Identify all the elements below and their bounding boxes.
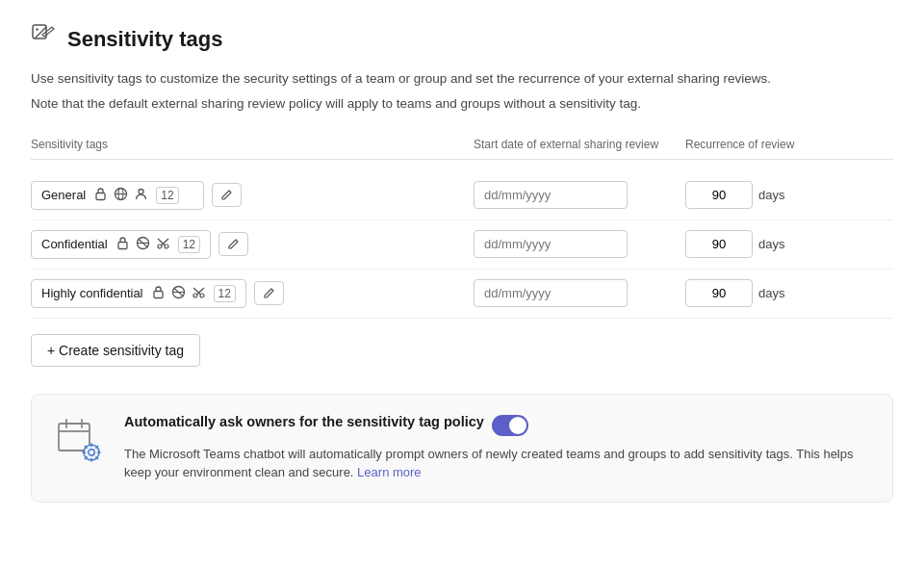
col-header-recurrence: Recurrence of review [685,138,893,151]
recurrence-cell: days [685,181,893,209]
table-rows: General 12 days [31,171,893,319]
table-row: General 12 days [31,171,893,220]
calendar-settings-icon [55,414,105,464]
lock-icon [93,187,108,204]
page-header: Sensitivity tags [31,23,893,56]
globe-icon [114,187,128,204]
table-row: Highly confidential 12 days [31,270,893,319]
lock-icon [116,236,130,253]
date-input[interactable] [474,181,628,209]
tag-count: 12 [214,285,236,302]
table-row: Confidential 12 days [31,220,893,270]
date-cell [474,230,685,258]
days-label: days [758,188,784,202]
date-cell [474,279,685,307]
globe-icon [171,285,186,302]
days-label: days [758,237,784,251]
info-card: Automatically ask owners for the sensiti… [31,394,893,503]
svg-point-7 [139,189,143,193]
person-icon [192,285,206,302]
recurrence-cell: days [685,230,893,258]
info-card-title-row: Automatically ask owners for the sensiti… [124,414,869,437]
edit-tag-button[interactable] [212,183,242,207]
tag-name: Highly confidential [41,286,143,300]
tag-label: Highly confidential 12 [31,279,246,308]
recurrence-input[interactable] [685,279,753,307]
edit-tag-button[interactable] [218,232,248,256]
info-card-description: The Microsoft Teams chatbot will automat… [124,445,869,482]
date-input[interactable] [474,230,628,258]
tag-icons [116,236,170,253]
date-input[interactable] [474,279,628,307]
description-2: Note that the default external sharing r… [31,94,893,114]
tag-icons [151,285,206,302]
tag-cell: General 12 [31,181,474,210]
svg-point-1 [36,28,38,30]
person-icon [156,236,170,253]
tag-label: General 12 [31,181,204,210]
col-header-tags: Sensitivity tags [31,138,474,151]
sensitivity-tags-icon [31,23,58,56]
tag-cell: Highly confidential 12 [31,279,474,308]
date-cell [474,181,685,209]
days-label: days [758,286,784,300]
edit-tag-button[interactable] [254,281,284,305]
tag-count: 12 [156,187,178,204]
svg-rect-16 [154,291,163,297]
lock-icon [151,285,166,302]
create-sensitivity-tag-button[interactable]: + Create sensitivity tag [31,334,200,367]
info-card-content: Automatically ask owners for the sensiti… [124,414,869,482]
person-icon [134,187,148,204]
col-header-date: Start date of external sharing review [474,138,685,151]
recurrence-input[interactable] [685,181,753,209]
tag-cell: Confidential 12 [31,230,474,259]
tag-label: Confidential 12 [31,230,211,259]
table-header: Sensitivity tags Start date of external … [31,138,893,160]
tag-name: General [41,188,86,202]
description-1: Use sensitivity tags to customize the se… [31,69,893,89]
recurrence-input[interactable] [685,230,753,258]
auto-ask-toggle[interactable] [492,415,528,436]
info-card-title: Automatically ask owners for the sensiti… [124,414,484,429]
tag-name: Confidential [41,237,108,251]
page-title: Sensitivity tags [67,27,222,52]
svg-rect-3 [96,193,105,199]
recurrence-cell: days [685,279,893,307]
svg-rect-8 [118,242,127,248]
learn-more-link[interactable]: Learn more [357,465,421,479]
globe-icon [136,236,150,253]
tag-count: 12 [178,236,200,253]
tag-icons [93,187,148,204]
